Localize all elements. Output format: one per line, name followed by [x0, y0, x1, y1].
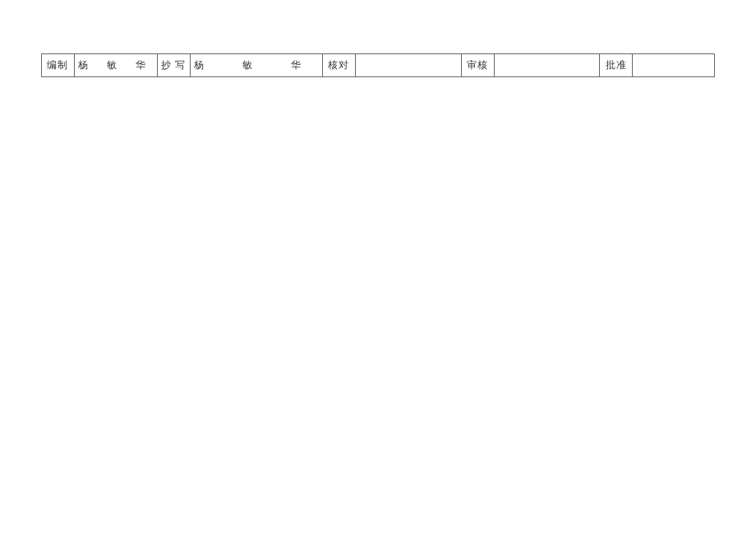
- review-name: [494, 54, 600, 77]
- signature-row: 编制 杨 敏 华 抄 写 杨 敏 华 核对 审核 批准: [42, 54, 715, 77]
- check-name: [355, 54, 461, 77]
- compile-label: 编制: [42, 54, 75, 77]
- approve-label: 批准: [600, 54, 633, 77]
- copy-name: 杨 敏 华: [190, 54, 322, 77]
- compile-name: 杨 敏 华: [74, 54, 157, 77]
- signature-table: 编制 杨 敏 华 抄 写 杨 敏 华 核对 审核 批准: [41, 53, 715, 77]
- review-label: 审核: [461, 54, 494, 77]
- copy-label: 抄 写: [157, 54, 190, 77]
- approve-name: [633, 54, 715, 77]
- check-label: 核对: [322, 54, 355, 77]
